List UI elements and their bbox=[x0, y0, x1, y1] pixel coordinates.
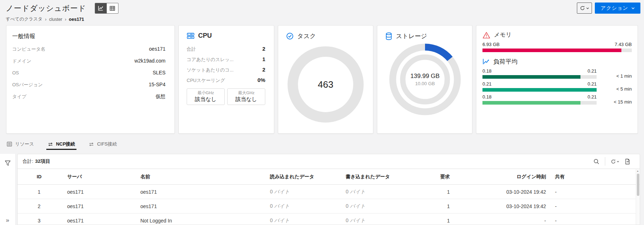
load-average-title: 負荷平均 bbox=[493, 58, 518, 66]
storage-card: ストレージ 139.99 GB 10.00 GB bbox=[377, 25, 472, 134]
tab-ncp-connections[interactable]: NCP接続 bbox=[47, 137, 76, 151]
actions-button-label: アクション bbox=[601, 5, 628, 12]
cpu-row: CPUスケーリング0% bbox=[187, 77, 265, 83]
side-rail: » bbox=[0, 154, 15, 225]
memory-card-title: メモリ bbox=[494, 31, 512, 39]
table-header-row: ID サーバ 名前 読み込まれたデータ 書き込まれたデータ 要求 ログイン時刻 … bbox=[18, 169, 640, 185]
info-row: ドメインw2k19ad.com bbox=[12, 58, 165, 64]
ncp-connections-table: ID サーバ 名前 読み込まれたデータ 書き込まれたデータ 要求 ログイン時刻 … bbox=[18, 169, 640, 225]
actions-button[interactable]: アクション bbox=[595, 3, 640, 14]
swap-arrows-icon bbox=[89, 142, 94, 147]
general-info-card: 一般情報 コンピュータ名oes171 ドメインw2k19ad.com OSSLE… bbox=[6, 25, 175, 134]
breadcrumb-separator: › bbox=[45, 17, 46, 22]
scroll-up-arrow[interactable]: ▲ bbox=[636, 169, 639, 172]
memory-bar bbox=[482, 49, 632, 52]
col-id[interactable]: ID bbox=[18, 169, 61, 185]
refresh-button[interactable] bbox=[577, 3, 592, 14]
load-row-15min: 0.18 0.21 < 15 min bbox=[482, 94, 632, 105]
storage-primary-value: 139.99 GB bbox=[410, 73, 439, 80]
col-server[interactable]: サーバ bbox=[61, 169, 134, 185]
load-bar-15min bbox=[482, 101, 597, 105]
info-row: コンピュータ名oes171 bbox=[12, 46, 165, 52]
memory-card: メモリ 6.93 GB 7.43 GB 負荷平均 0.18 0.21 bbox=[476, 25, 638, 134]
breadcrumb-cluster[interactable]: cluster bbox=[49, 17, 62, 22]
col-share[interactable]: 共有 bbox=[546, 169, 640, 185]
info-row: タイプ仮想 bbox=[12, 93, 165, 100]
tasks-count: 463 bbox=[318, 79, 333, 90]
table-scrollbar[interactable]: ▲ bbox=[636, 169, 639, 225]
total-count-value: 32項目 bbox=[35, 159, 50, 164]
table-row[interactable]: 3 oes171 Not Logged In 0バイト 0バイト 1 - - bbox=[18, 213, 640, 225]
top-bar: ノードダッシュボード すべてのクラスタ › cluster › oes171 bbox=[0, 0, 644, 24]
col-requests[interactable]: 要求 bbox=[432, 169, 450, 185]
info-row: OSバージョン15-SP4 bbox=[12, 82, 165, 88]
trend-line-icon bbox=[482, 58, 490, 65]
table-toolbar: 合計:32項目 bbox=[18, 154, 640, 169]
cpu-row: ソケットあたりのコ...2 bbox=[187, 67, 265, 73]
col-data-read[interactable]: 読み込まれたデータ bbox=[270, 169, 346, 185]
memory-bar-fill bbox=[482, 49, 621, 52]
refresh-icon bbox=[580, 5, 585, 11]
breadcrumb-all-clusters[interactable]: すべてのクラスタ bbox=[6, 16, 42, 22]
breadcrumb-current-node: oes171 bbox=[69, 17, 84, 22]
check-circle-icon bbox=[286, 32, 294, 40]
connections-table-panel: 合計:32項目 bbox=[17, 154, 640, 225]
load-label-15min: < 15 min bbox=[597, 99, 632, 105]
swap-arrows-icon bbox=[48, 142, 53, 147]
load-bar-5min bbox=[482, 88, 597, 92]
load-label-1min: < 1 min bbox=[597, 73, 632, 79]
breadcrumb: すべてのクラスタ › cluster › oes171 bbox=[6, 16, 638, 22]
total-count: 合計:32項目 bbox=[23, 158, 50, 165]
cpu-row: コアあたりのスレッ...1 bbox=[187, 56, 265, 63]
col-login-time[interactable]: ログイン時刻 bbox=[450, 169, 546, 185]
tasks-card-title: タスク bbox=[297, 32, 316, 40]
table-row[interactable]: 1 oes171 oes171 0バイト 0バイト 1 03-10-2024 1… bbox=[18, 185, 640, 199]
max-ghz-box: 最大GHz 該当なし bbox=[227, 88, 265, 105]
table-view-button[interactable] bbox=[107, 3, 118, 13]
chevron-down-icon bbox=[631, 7, 635, 9]
breadcrumb-separator: › bbox=[65, 17, 66, 22]
table-row[interactable]: 2 oes171 oes171 0バイト 0バイト 1 03-10-2024 1… bbox=[18, 199, 640, 213]
info-row: OSSLES bbox=[12, 70, 165, 76]
scrollbar-thumb[interactable] bbox=[637, 174, 639, 196]
min-ghz-box: 最小GHz 該当なし bbox=[187, 88, 225, 105]
chart-line-icon bbox=[98, 5, 104, 11]
tasks-card: タスク 463 bbox=[278, 25, 373, 134]
chevron-down-icon bbox=[586, 7, 589, 9]
graph-view-button[interactable] bbox=[95, 3, 107, 13]
tab-resources[interactable]: リソース bbox=[6, 137, 35, 151]
grid-icon bbox=[109, 6, 115, 11]
storage-secondary-value: 10.00 GB bbox=[415, 81, 435, 86]
list-icon bbox=[7, 142, 12, 147]
memory-used: 6.93 GB bbox=[482, 42, 500, 47]
tasks-donut: 463 bbox=[288, 46, 364, 123]
memory-total: 7.43 GB bbox=[615, 42, 632, 47]
load-label-5min: < 5 min bbox=[597, 86, 632, 92]
load-row-5min: 0.21 0.21 < 5 min bbox=[482, 81, 632, 92]
load-row-1min: 0.18 0.21 < 1 min bbox=[482, 68, 632, 79]
general-info-title: 一般情報 bbox=[12, 33, 165, 40]
col-data-written[interactable]: 書き込まれたデータ bbox=[346, 169, 432, 185]
export-icon[interactable] bbox=[625, 159, 630, 165]
load-bar-1min bbox=[482, 75, 597, 79]
chevron-down-icon bbox=[617, 161, 619, 162]
cpu-row: 合計2 bbox=[187, 46, 265, 52]
search-icon[interactable] bbox=[593, 159, 599, 165]
page-title: ノードダッシュボード bbox=[6, 3, 86, 13]
expand-rail-button[interactable]: » bbox=[6, 218, 9, 223]
storage-card-title: ストレージ bbox=[396, 32, 427, 40]
funnel-icon[interactable] bbox=[5, 160, 11, 166]
tab-cifs-connections[interactable]: CIFS接続 bbox=[88, 137, 118, 151]
section-tabs: リソース NCP接続 CIFS接続 bbox=[6, 137, 644, 151]
warning-triangle-icon bbox=[482, 32, 490, 39]
cpu-card-title: CPU bbox=[198, 32, 212, 40]
server-icon bbox=[187, 32, 195, 40]
table-refresh-button[interactable] bbox=[611, 159, 619, 164]
col-name[interactable]: 名前 bbox=[134, 169, 270, 185]
cpu-card: CPU 合計2 コアあたりのスレッ...1 ソケットあたりのコ...2 CPUス… bbox=[178, 25, 274, 134]
database-icon bbox=[385, 32, 392, 40]
toolbar-divider bbox=[605, 157, 605, 166]
view-toggle-group bbox=[95, 3, 118, 14]
summary-cards-row: 一般情報 コンピュータ名oes171 ドメインw2k19ad.com OSSLE… bbox=[6, 25, 638, 134]
